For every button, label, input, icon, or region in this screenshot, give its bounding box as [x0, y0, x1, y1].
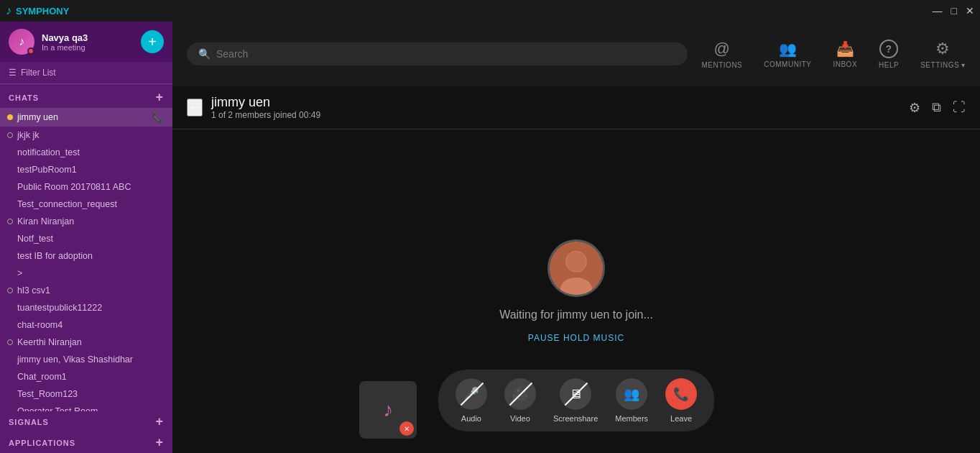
caller-avatar-img [550, 242, 603, 295]
add-application-button[interactable]: + [155, 435, 164, 450]
inbox-button[interactable]: 📥 INBOX [833, 40, 857, 68]
search-bar[interactable]: 🔍 [187, 42, 688, 65]
status-dot [7, 288, 13, 293]
video-label: Video [510, 414, 530, 423]
pause-hold-button[interactable]: PAUSE HOLD MUSIC [528, 333, 624, 343]
help-icon: ? [879, 40, 898, 58]
help-button[interactable]: ? HELP [879, 40, 899, 69]
list-item[interactable]: jkjk jk [0, 127, 172, 144]
chat-name: Kiran Niranjan [17, 216, 164, 226]
video-button[interactable]: 🎥 Video [504, 378, 536, 423]
list-item[interactable]: hl3 csv1 [0, 282, 172, 299]
chat-name: Public Room 20170811 ABC [17, 182, 164, 192]
list-item[interactable]: chat-room4 [0, 316, 172, 334]
chat-name: > [17, 268, 164, 278]
applications-section-header: APPLICATIONS + [0, 432, 172, 453]
settings-chat-button[interactable]: ⚙ [909, 100, 920, 116]
list-item[interactable]: Keerthi Niranjan [0, 334, 172, 351]
list-item[interactable]: Public Room 20170811 ABC [0, 178, 172, 196]
list-item[interactable]: Chat_room1 [0, 368, 172, 385]
chat-title: jimmy uen [211, 95, 900, 110]
chat-list: jimmy uen📞jkjk jknotification_testtestPu… [0, 108, 172, 411]
add-signal-button[interactable]: + [155, 414, 164, 429]
audio-button[interactable]: 🎤 Audio [456, 378, 487, 423]
sidebar-header: ♪ Navya qa3 In a meeting + [0, 22, 172, 62]
list-item[interactable]: Test_Room123 [0, 385, 172, 403]
mini-player: ♪ ✕ [359, 381, 417, 439]
status-dot [7, 339, 13, 345]
chat-subtitle: 1 of 2 members joined 00:49 [211, 110, 900, 120]
chat-title-block: jimmy uen 1 of 2 members joined 00:49 [211, 95, 900, 120]
mentions-label: MENTIONS [702, 61, 743, 69]
list-item[interactable]: tuantestpublick11222 [0, 299, 172, 316]
mentions-icon: @ [713, 40, 730, 58]
chat-name: jkjk jk [17, 130, 164, 140]
call-controls: 🎤 Audio 🎥 Video 🖥 [438, 370, 714, 431]
help-label: HELP [879, 61, 899, 69]
minimize-button[interactable]: — [933, 5, 943, 17]
audio-icon: 🎤 [456, 378, 487, 410]
app-logo: ♪ SYMPHONY [6, 4, 69, 17]
maximize-button[interactable]: □ [951, 5, 957, 17]
mentions-button[interactable]: @ MENTIONS [702, 40, 743, 69]
list-item[interactable]: Operator Test Room [0, 403, 172, 411]
settings-button[interactable]: ⚙ SETTINGS ▾ [920, 40, 966, 69]
chat-name: tuantestpublick11222 [17, 303, 164, 313]
user-name: Navya qa3 [42, 32, 134, 43]
topnav: 🔍 @ MENTIONS 👥 COMMUNITY 📥 INBOX ? [172, 22, 980, 86]
chat-name: testPubRoom1 [17, 165, 164, 175]
list-item[interactable]: jimmy uen📞 [0, 108, 172, 127]
chat-name: jimmy uen, Vikas Shashidhar [17, 354, 164, 365]
chat-name: chat-room4 [17, 320, 164, 330]
settings-icon: ⚙ [935, 40, 951, 58]
list-item[interactable]: testPubRoom1 [0, 161, 172, 178]
status-dot [27, 47, 34, 55]
list-item[interactable]: > [0, 265, 172, 282]
window-controls: — □ ✕ [933, 5, 974, 17]
leave-icon: 📞 [665, 378, 697, 410]
expand-button[interactable]: ⛶ [953, 100, 966, 116]
status-dot [7, 132, 13, 138]
back-button[interactable]: ← [187, 99, 203, 116]
call-area: Waiting for jimmy uen to join... PAUSE H… [172, 129, 980, 453]
titlebar: ♪ SYMPHONY — □ ✕ [0, 0, 980, 22]
popout-button[interactable]: ⧉ [932, 100, 941, 116]
close-button[interactable]: ✕ [966, 5, 974, 17]
list-item[interactable]: Notf_test [0, 230, 172, 247]
list-item[interactable]: jimmy uen, Vikas Shashidhar [0, 351, 172, 368]
nav-icons: @ MENTIONS 👥 COMMUNITY 📥 INBOX ? HELP ⚙ [702, 40, 966, 69]
search-input[interactable] [216, 48, 676, 60]
user-status: In a meeting [42, 43, 134, 52]
screenshare-button[interactable]: 🖥 Screenshare [553, 378, 598, 423]
members-icon: 👥 [616, 378, 647, 410]
list-item[interactable]: notification_test [0, 144, 172, 161]
filter-icon: ☰ [9, 68, 17, 78]
video-icon: 🎥 [504, 378, 536, 410]
community-icon: 👥 [779, 40, 798, 58]
chat-name: Test_Room123 [17, 389, 164, 399]
list-item[interactable]: Kiran Niranjan [0, 213, 172, 230]
list-item[interactable]: Test_connection_request [0, 196, 172, 213]
chat-name: notification_test [17, 147, 164, 157]
community-label: COMMUNITY [764, 60, 811, 68]
mute-indicator: ✕ [399, 421, 414, 436]
compose-button[interactable]: + [141, 30, 164, 53]
chat-name: Test_connection_request [17, 199, 164, 209]
avatar: ♪ [9, 29, 34, 55]
filter-list[interactable]: ☰ Filter List [0, 62, 172, 84]
status-dot [7, 219, 13, 224]
user-info: Navya qa3 In a meeting [42, 32, 134, 52]
chat-name: Chat_room1 [17, 372, 164, 382]
members-button[interactable]: 👥 Members [615, 378, 648, 423]
leave-button[interactable]: 📞 Leave [665, 378, 697, 423]
inbox-icon: 📥 [836, 40, 855, 58]
screenshare-label: Screenshare [553, 414, 598, 423]
chats-section-header: CHATS + [0, 84, 172, 108]
community-button[interactable]: 👥 COMMUNITY [764, 40, 811, 68]
list-item[interactable]: test IB for adoption [0, 247, 172, 265]
svg-point-3 [566, 252, 586, 272]
add-chat-button[interactable]: + [155, 90, 164, 105]
screenshare-icon: 🖥 [560, 378, 591, 410]
sidebar: ♪ Navya qa3 In a meeting + ☰ Filter List… [0, 22, 172, 453]
chat-header-actions: ⚙ ⧉ ⛶ [909, 100, 966, 116]
